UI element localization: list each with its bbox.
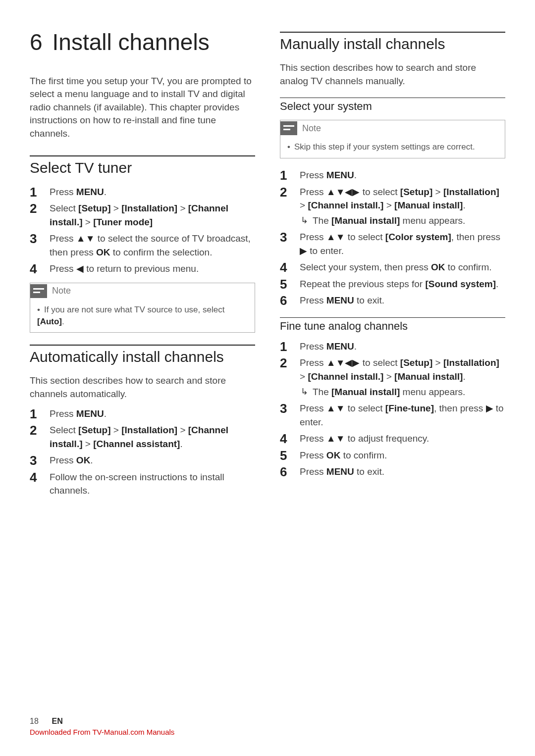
note-icon: [30, 284, 47, 298]
step: Press ▲▼ to select [Fine-tune], then pre…: [280, 402, 505, 429]
step: Press ▲▼ to select [Color system], then …: [280, 230, 505, 257]
left-icon: ◀: [76, 263, 84, 274]
subsection-separator: [280, 317, 505, 318]
note-body: •If you are not sure what TV source to u…: [30, 300, 255, 333]
updown-icon: ▲▼: [76, 233, 95, 244]
language-code: EN: [52, 717, 62, 725]
chapter-number: 6: [30, 29, 43, 55]
step-result: The [Manual install] menu appears.: [300, 385, 505, 399]
nav-icon: ▲▼◀▶: [326, 357, 360, 368]
step: Press OK.: [30, 454, 255, 467]
note-box: Note •Skip this step if your system sett…: [280, 120, 505, 158]
section-separator: [280, 32, 505, 33]
note-label: Note: [52, 286, 71, 296]
step: Press OK to confirm.: [280, 449, 505, 462]
step: Select [Setup] > [Installation] > [Chann…: [30, 423, 255, 451]
section-separator: [30, 345, 255, 346]
note-box: Note •If you are not sure what TV source…: [30, 283, 255, 333]
step: Press MENU to exit.: [280, 465, 505, 479]
nav-icon: ▲▼◀▶: [326, 187, 360, 197]
note-body: •Skip this step if your system settings …: [280, 137, 505, 158]
updown-icon: ▲▼: [326, 433, 345, 444]
finetune-steps: Press MENU. Press ▲▼◀▶ to select [Setup]…: [280, 340, 505, 479]
step: Press ▲▼ to adjust frequency.: [280, 432, 505, 446]
chapter-title: 6Install channels: [30, 30, 255, 55]
tuner-steps: Press MENU. Select [Setup] > [Installati…: [30, 185, 255, 276]
page-footer: 18 EN Downloaded From TV-Manual.com Manu…: [30, 717, 505, 736]
manual-intro: This section describes how to search and…: [280, 61, 505, 88]
step: Press MENU to exit.: [280, 294, 505, 307]
download-source-link[interactable]: Downloaded From TV-Manual.com Manuals: [30, 728, 505, 736]
chapter-title-text: Install channels: [53, 29, 210, 55]
subsection-fine-tune: Fine tune analog channels: [280, 320, 505, 333]
step: Select [Setup] > [Installation] > [Chann…: [30, 202, 255, 229]
auto-intro: This section describes how to search and…: [30, 374, 255, 401]
left-column: 6Install channels The first time you set…: [30, 30, 255, 504]
system-steps: Press MENU. Press ▲▼◀▶ to select [Setup]…: [280, 168, 505, 307]
step: Press MENU.: [30, 407, 255, 421]
step: Press ▲▼ to select the source of TV broa…: [30, 232, 255, 259]
step: Press ▲▼◀▶ to select [Setup] > [Installa…: [280, 356, 505, 399]
step: Select your system, then press OK to con…: [280, 260, 505, 274]
step: Press MENU.: [30, 185, 255, 199]
updown-icon: ▲▼: [326, 232, 345, 242]
subsection-separator: [280, 98, 505, 98]
right-icon: ▶: [300, 246, 307, 256]
note-icon: [280, 121, 297, 135]
subsection-select-system: Select your system: [280, 100, 505, 113]
section-auto-install: Automatically install channels: [30, 349, 255, 365]
section-select-tuner: Select TV tuner: [30, 159, 255, 176]
right-column: Manually install channels This section d…: [280, 30, 505, 504]
step: Press ◀ to return to previous menu.: [30, 262, 255, 276]
page-number: 18: [30, 717, 50, 726]
step: Follow the on-screen instructions to ins…: [30, 470, 255, 498]
step: Repeat the previous steps for [Sound sys…: [280, 277, 505, 291]
section-separator: [30, 155, 255, 156]
step: Press ▲▼◀▶ to select [Setup] > [Installa…: [280, 185, 505, 228]
intro-paragraph: The first time you setup your TV, you ar…: [30, 75, 255, 141]
right-icon: ▶: [486, 403, 493, 413]
section-manual-install: Manually install channels: [280, 36, 505, 52]
auto-steps: Press MENU. Select [Setup] > [Installati…: [30, 407, 255, 498]
step: Press MENU.: [280, 168, 505, 182]
step: Press MENU.: [280, 340, 505, 353]
note-label: Note: [302, 123, 321, 134]
step-result: The [Manual install] menu appears.: [300, 214, 505, 228]
updown-icon: ▲▼: [326, 403, 345, 413]
